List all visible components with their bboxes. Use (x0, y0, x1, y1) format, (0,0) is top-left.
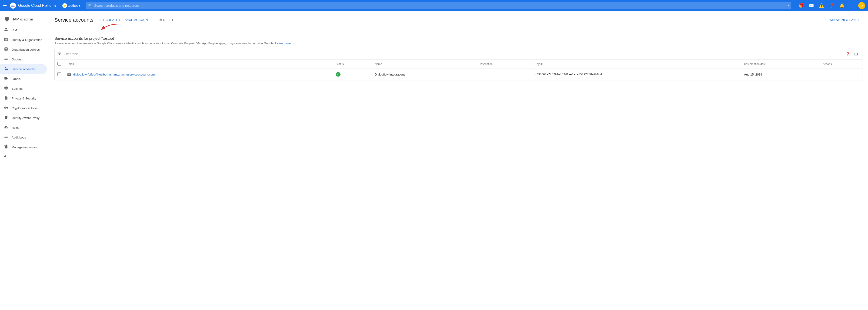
sidebar-item-cryptographic-keys[interactable]: Cryptographic keys (0, 103, 47, 113)
sidebar-item-label-manage-resources: Manage resources (12, 145, 37, 149)
status-cell: ✓ (333, 69, 372, 80)
search-icon: 🔍 (88, 3, 93, 8)
help-icon[interactable]: ❓ (828, 1, 836, 10)
user-avatar[interactable]: U (858, 2, 865, 9)
hamburger-menu[interactable]: ☰ (3, 3, 7, 8)
sidebar-header: IAM & admin (0, 13, 49, 25)
sidebar-item-org-policies[interactable]: Organization policies (0, 45, 47, 55)
columns-toggle-button[interactable] (853, 51, 859, 58)
sidebar-item-audit-logs[interactable]: Audit Logs (0, 133, 47, 142)
iam-admin-icon (4, 16, 10, 22)
sidebar-item-label-labels: Labels (12, 77, 21, 81)
sidebar-item-identity-aware-proxy[interactable]: Identity-Aware Proxy (0, 113, 47, 123)
page-title: Service accounts (55, 17, 93, 23)
show-info-panel-label: SHOW INFO PANEL (830, 18, 860, 22)
create-service-account-button[interactable]: + + CREATE SERVICE ACCOUNT (97, 17, 153, 23)
org-policies-icon (4, 47, 8, 52)
col-key-id: Key ID (532, 60, 741, 69)
roles-icon (4, 125, 8, 130)
sidebar-item-label-identity-org: Identity & Organization (12, 38, 42, 42)
actions-cell: ⋮ (820, 69, 862, 80)
sidebar-item-label-roles: Roles (12, 126, 19, 130)
alert-icon[interactable]: ⚠️ (817, 1, 826, 10)
sidebar-item-privacy-security[interactable]: Privacy & Security (0, 94, 47, 103)
sidebar-item-label-org-policies: Organization policies (12, 48, 40, 51)
col-description: Description (476, 60, 532, 69)
filter-actions: ❓ (844, 51, 859, 58)
col-name[interactable]: Name ↑ (372, 60, 476, 69)
section-description: A service account represents a Google Cl… (55, 42, 862, 45)
delete-label: DELETE (163, 18, 176, 22)
service-accounts-table-wrapper: ❓ Email Status Name (55, 49, 862, 80)
cryptographic-keys-icon (4, 105, 8, 111)
brand-name: Google Cloud Platform (18, 3, 56, 8)
quotas-icon (4, 57, 8, 62)
status-active-icon: ✓ (336, 72, 341, 77)
top-nav: ☰ G C P Google Cloud Platform ⭐ testbot … (0, 0, 868, 11)
project-name: testbot (68, 4, 78, 7)
col-status: Status (333, 60, 372, 69)
search-dropdown-icon[interactable]: ▾ (787, 4, 789, 7)
sidebar-item-label-iam: IAM (12, 28, 17, 32)
delete-button[interactable]: 🗑 DELETE (156, 17, 178, 23)
create-service-account-label: + CREATE SERVICE ACCOUNT (103, 18, 150, 22)
col-email: Email (64, 60, 333, 69)
more-menu-icon[interactable]: ⋮ (848, 1, 856, 10)
sidebar-item-service-accounts[interactable]: Service accounts (0, 64, 47, 74)
email-link[interactable]: dialogflow-fbffep@testbot-mmtmcx.iam.gse… (73, 73, 155, 76)
sidebar-item-quotas[interactable]: Quotas (0, 55, 47, 64)
search-bar: 🔍 ▾ (86, 2, 791, 9)
row-more-actions-button[interactable]: ⋮ (823, 71, 829, 78)
sidebar-item-label-audit-logs: Audit Logs (12, 136, 26, 139)
annotation-container (85, 28, 862, 35)
learn-more-link[interactable]: Learn more (275, 42, 290, 45)
project-dropdown-icon: ▾ (79, 4, 80, 7)
notifications-icon[interactable]: 🔔 (838, 1, 846, 10)
key-id-cell: c035362e7f0791ef33d1ae4afef5292788e2b0c4 (532, 69, 741, 80)
gift-icon[interactable]: 🎁 (797, 1, 805, 10)
table-row: dialogflow-fbffep@testbot-mmtmcx.iam.gse… (55, 69, 862, 80)
manage-resources-icon (4, 144, 8, 150)
svg-text:P: P (14, 5, 16, 7)
email-icon[interactable]: ✉️ (807, 1, 815, 10)
privacy-security-icon (4, 96, 8, 101)
sidebar-item-manage-resources[interactable]: Manage resources (0, 142, 47, 152)
sidebar-item-iam[interactable]: IAM (0, 25, 47, 35)
sidebar-collapse-button[interactable]: ◀ (0, 152, 49, 160)
main-content: Service accounts + + CREATE SERVICE ACCO… (49, 11, 868, 310)
table-header-row: Email Status Name ↑ Description Key ID K… (55, 60, 862, 69)
sidebar-item-label-identity-aware-proxy: Identity-Aware Proxy (12, 116, 39, 120)
sidebar-item-identity-org[interactable]: Identity & Organization (0, 35, 47, 45)
sidebar-title: IAM & admin (13, 17, 33, 21)
brand-logo-area: G C P Google Cloud Platform (10, 2, 56, 9)
show-info-panel-button[interactable]: SHOW INFO PANEL (827, 17, 862, 23)
project-icon: ⭐ (62, 3, 67, 8)
select-all-checkbox-header (55, 60, 64, 69)
project-selector[interactable]: ⭐ testbot ▾ (62, 3, 80, 8)
sidebar-item-roles[interactable]: Roles (0, 123, 47, 133)
sidebar-item-label-service-accounts: Service accounts (12, 67, 35, 71)
filter-icon (57, 51, 62, 57)
filter-input[interactable] (63, 52, 843, 56)
email-cell: dialogflow-fbffep@testbot-mmtmcx.iam.gse… (64, 69, 333, 80)
collapse-icon: ◀ (4, 154, 6, 158)
labels-icon (4, 76, 8, 81)
iam-icon (4, 27, 8, 33)
filter-bar: ❓ (55, 49, 862, 60)
help-filter-button[interactable]: ❓ (844, 51, 851, 58)
nav-right: 🎁 ✉️ ⚠️ ❓ 🔔 ⋮ U (797, 1, 865, 10)
email-cell-icon (67, 72, 71, 76)
annotation-arrow-svg (99, 23, 126, 32)
select-all-checkbox[interactable] (57, 62, 61, 66)
search-input[interactable] (86, 2, 791, 9)
sidebar-item-settings[interactable]: Settings (0, 84, 47, 94)
col-key-creation-date: Key creation date (741, 60, 820, 69)
sidebar-item-labels[interactable]: Labels (0, 74, 47, 84)
identity-org-icon (4, 37, 8, 42)
row-checkbox[interactable] (57, 72, 61, 76)
section-title: Service accounts for project "testbot" (55, 36, 862, 41)
gcp-logo-icon: G C P (10, 2, 16, 9)
sidebar-item-label-privacy-security: Privacy & Security (12, 97, 36, 100)
sidebar-item-label-cryptographic-keys: Cryptographic keys (12, 106, 37, 110)
service-accounts-icon (4, 66, 8, 72)
